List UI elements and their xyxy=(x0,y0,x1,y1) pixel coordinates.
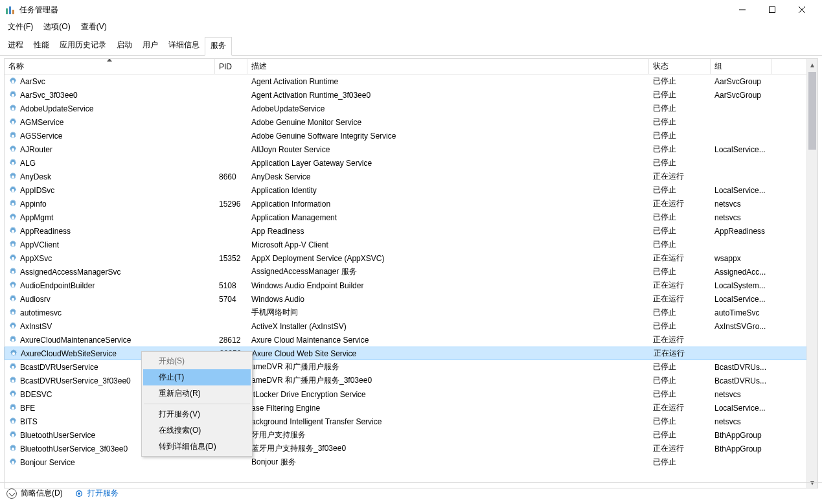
cell-status: 已停止 xyxy=(649,130,711,141)
cm-restart[interactable]: 重新启动(R) xyxy=(143,385,251,402)
cell-desc: Axure Cloud Web Site Service xyxy=(248,349,650,358)
cm-start[interactable]: 开始(S) xyxy=(143,353,251,369)
cell-desc: Bonjour 服务 xyxy=(247,457,649,468)
table-row[interactable]: BFEase Filtering Engine正在运行LocalService.… xyxy=(5,401,817,415)
table-row[interactable]: Bonjour ServiceBonjour 服务已停止 xyxy=(5,455,817,469)
service-name: BluetoothUserService xyxy=(20,431,95,440)
window-controls xyxy=(727,0,817,19)
tab-details[interactable]: 详细信息 xyxy=(163,37,205,56)
cell-status: 已停止 xyxy=(649,457,711,468)
service-name: AppVClient xyxy=(20,240,59,249)
cell-desc: 牙用户支持服务 xyxy=(247,430,649,441)
svg-point-26 xyxy=(12,338,14,341)
scroll-thumb[interactable] xyxy=(808,72,816,150)
table-row[interactable]: Audiosrv5704Windows Audio正在运行LocalServic… xyxy=(5,292,817,306)
cm-go-to-details[interactable]: 转到详细信息(D) xyxy=(143,439,251,455)
svg-point-19 xyxy=(12,243,14,246)
cell-group: BcastDVRUs... xyxy=(711,363,772,372)
service-name: BFE xyxy=(20,404,35,413)
scroll-up-icon[interactable]: ▴ xyxy=(807,59,817,70)
maximize-button[interactable] xyxy=(757,0,787,19)
cell-desc: AdobeUpdateService xyxy=(247,104,649,113)
tab-performance[interactable]: 性能 xyxy=(29,37,54,56)
col-header-group[interactable]: 组 xyxy=(711,59,772,74)
tab-services[interactable]: 服务 xyxy=(205,37,232,56)
cm-open-services[interactable]: 打开服务(V) xyxy=(143,406,251,422)
tab-processes[interactable]: 进程 xyxy=(3,37,29,56)
table-row[interactable]: BcastDVRUserService_3f03ee0ameDVR 和广播用户服… xyxy=(5,374,817,387)
table-row[interactable]: AssignedAccessManagerSvcAssignedAccessMa… xyxy=(5,265,817,279)
cell-status: 已停止 xyxy=(649,416,711,427)
table-row[interactable]: BluetoothUserService牙用户支持服务已停止BthAppGrou… xyxy=(5,428,817,442)
cm-stop[interactable]: 停止(T) xyxy=(143,369,251,385)
menu-file[interactable]: 文件(F) xyxy=(3,20,38,34)
table-row[interactable]: BcastDVRUserServiceameDVR 和广播用户服务已停止Bcas… xyxy=(5,360,817,374)
cell-group: BcastDVRUs... xyxy=(711,376,772,385)
svg-point-23 xyxy=(12,297,14,300)
cell-desc: Windows Audio xyxy=(247,295,649,304)
service-gear-icon xyxy=(8,213,17,222)
close-button[interactable] xyxy=(787,0,817,19)
menubar: 文件(F) 选项(O) 查看(V) xyxy=(0,19,822,34)
cell-desc: AssignedAccessManager 服务 xyxy=(247,266,649,277)
service-gear-icon xyxy=(8,390,17,399)
table-body: AarSvcAgent Activation Runtime已停止AarSvcG… xyxy=(5,74,817,469)
table-row[interactable]: AppVClientMicrosoft App-V Client已停止 xyxy=(5,238,817,251)
cell-status: 已停止 xyxy=(649,430,711,441)
table-row[interactable]: AarSvcAgent Activation Runtime已停止AarSvcG… xyxy=(5,74,817,88)
table-row[interactable]: AGSServiceAdobe Genuine Software Integri… xyxy=(5,129,817,143)
service-gear-icon xyxy=(8,104,17,113)
service-gear-icon xyxy=(8,118,17,127)
col-header-desc[interactable]: 描述 xyxy=(247,59,649,74)
table-row[interactable]: AudioEndpointBuilder5108Windows Audio En… xyxy=(5,279,817,292)
cell-pid: 15296 xyxy=(215,200,247,209)
table-row[interactable]: AJRouterAllJoyn Router Service已停止LocalSe… xyxy=(5,143,817,156)
table-row[interactable]: Appinfo15296Application Information正在运行n… xyxy=(5,197,817,211)
svg-point-28 xyxy=(12,365,14,368)
open-services-link[interactable]: 打开服务 xyxy=(74,488,119,499)
table-row[interactable]: ALGApplication Layer Gateway Service已停止 xyxy=(5,156,817,170)
table-row[interactable]: AnyDesk8660AnyDesk Service正在运行 xyxy=(5,170,817,183)
statusbar: 简略信息(D) 打开服务 xyxy=(0,482,822,504)
table-row[interactable]: AxureCloudWebSiteService29252Axure Cloud… xyxy=(5,347,817,360)
table-row[interactable]: BITSackground Intelligent Transfer Servi… xyxy=(5,415,817,428)
svg-point-13 xyxy=(12,161,14,164)
cell-name: AssignedAccessManagerSvc xyxy=(5,268,215,277)
svg-rect-4 xyxy=(770,7,775,13)
table-row[interactable]: BluetoothUserService_3f03ee01572蓝牙用户支持服务… xyxy=(5,442,817,455)
tab-startup[interactable]: 启动 xyxy=(111,37,137,56)
table-row[interactable]: AxInstSVActiveX Installer (AxInstSV)已停止A… xyxy=(5,319,817,333)
table-row[interactable]: AppIDSvcApplication Identity已停止LocalServ… xyxy=(5,183,817,197)
cell-name: AxInstSV xyxy=(5,322,215,331)
table-row[interactable]: AxureCloudMaintenanceService28612Axure C… xyxy=(5,333,817,347)
svg-point-24 xyxy=(12,311,14,314)
service-name: AxureCloudWebSiteService xyxy=(21,349,117,358)
table-row[interactable]: AppXSvc15352AppX Deployment Service (App… xyxy=(5,251,817,265)
minimize-button[interactable] xyxy=(727,0,757,19)
col-header-name[interactable]: 名称 xyxy=(5,59,215,74)
svg-point-9 xyxy=(12,107,14,109)
menu-view[interactable]: 查看(V) xyxy=(76,20,112,34)
cell-status: 已停止 xyxy=(649,144,711,155)
table-row[interactable]: AppReadinessApp Readiness已停止AppReadiness xyxy=(5,224,817,238)
table-row[interactable]: autotimesvc手机网络时间已停止autoTimeSvc xyxy=(5,306,817,319)
tab-users[interactable]: 用户 xyxy=(137,37,163,56)
cell-desc: Microsoft App-V Client xyxy=(247,240,649,249)
cell-name: ALG xyxy=(5,159,215,168)
table-row[interactable]: AarSvc_3f03ee0Agent Activation Runtime_3… xyxy=(5,88,817,102)
tab-app-history[interactable]: 应用历史记录 xyxy=(54,37,111,56)
vertical-scrollbar[interactable]: ▴ ▾ xyxy=(806,59,817,488)
table-row[interactable]: AppMgmtApplication Management已停止netsvcs xyxy=(5,211,817,224)
table-row[interactable]: AdobeUpdateServiceAdobeUpdateService已停止 xyxy=(5,102,817,115)
service-name: AxInstSV xyxy=(20,322,52,331)
col-header-pid[interactable]: PID xyxy=(215,59,247,74)
fewer-details-button[interactable]: 简略信息(D) xyxy=(6,488,63,499)
col-header-status[interactable]: 状态 xyxy=(649,59,711,74)
table-row[interactable]: AGMServiceAdobe Genuine Monitor Service已… xyxy=(5,115,817,129)
cm-separator xyxy=(144,404,250,404)
table-row[interactable]: BDESVCitLocker Drive Encryption Service已… xyxy=(5,387,817,401)
menu-options[interactable]: 选项(O) xyxy=(38,20,75,34)
cell-name: AGSService xyxy=(5,132,215,141)
svg-point-18 xyxy=(12,229,14,232)
cm-search-online[interactable]: 在线搜索(O) xyxy=(143,422,251,439)
